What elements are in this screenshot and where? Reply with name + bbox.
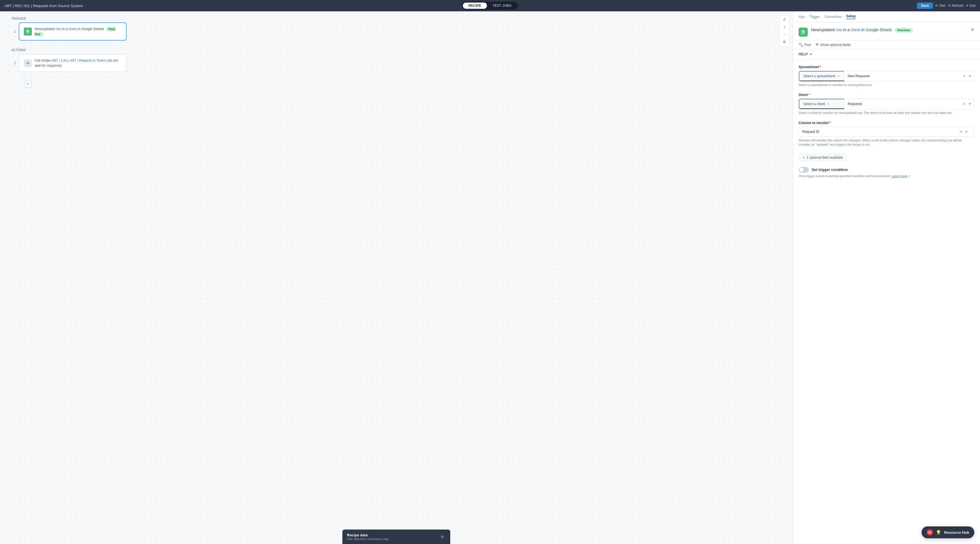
canvas-toolbar: ↺ + − ⊕ bbox=[780, 15, 789, 46]
column-to-monitor-field: Request ID ✕ ▼ bbox=[799, 127, 974, 137]
trigger-realtime-badge: Real-time bbox=[895, 28, 913, 32]
svg-rect-8 bbox=[802, 32, 803, 33]
column-to-monitor-label: Column to monitor* bbox=[799, 121, 974, 125]
optional-field-button[interactable]: + 1 optional field available bbox=[799, 154, 847, 161]
svg-rect-5 bbox=[801, 30, 805, 35]
trigger-section-label: TRIGGER bbox=[11, 17, 781, 20]
save-button[interactable]: Save bbox=[917, 3, 933, 9]
sheet-select-button[interactable]: Select a sheet ▼ bbox=[799, 99, 844, 109]
trigger-step-card[interactable]: New/updated row in a sheet in Google She… bbox=[19, 22, 127, 41]
canvas-fit-btn[interactable]: ⊕ bbox=[781, 38, 788, 45]
spreadsheet-clear-button[interactable]: ✕ bbox=[963, 74, 966, 78]
recipe-data-settings-icon[interactable]: ⚙ bbox=[439, 533, 446, 540]
trigger-condition-desc: Only trigger events matching specified c… bbox=[799, 174, 974, 178]
add-step-button[interactable]: + bbox=[24, 80, 32, 88]
recipe-data-info: Recipe data Use data from a previous ste… bbox=[347, 533, 389, 541]
action-bar: 🔍 Find 👁 Show optional fields bbox=[793, 40, 980, 49]
test-icon: ⟳ bbox=[935, 4, 938, 8]
topbar: ABT | REC-001 | Requests from Source Sys… bbox=[0, 0, 980, 11]
step2-number: 2 bbox=[11, 61, 16, 65]
app-title: ABT | REC-001 | Requests from Source Sys… bbox=[5, 4, 83, 8]
column-expand-button[interactable]: ▼ bbox=[964, 129, 968, 134]
find-button[interactable]: 🔍 Find bbox=[799, 43, 811, 47]
exit-button[interactable]: ✕ Exit bbox=[966, 4, 975, 8]
nav-trigger[interactable]: Trigger bbox=[809, 15, 820, 19]
action-step-text: Call recipe ABT | CALL-007 | Request to … bbox=[35, 58, 121, 68]
spreadsheet-required: * bbox=[819, 65, 821, 69]
column-clear-button[interactable]: ✕ bbox=[959, 129, 963, 134]
tab-test-jobs[interactable]: TEST JOBS bbox=[487, 3, 517, 9]
refresh-icon: ↺ bbox=[948, 4, 950, 8]
trigger-condition-toggle-row: Set trigger condition bbox=[799, 167, 974, 173]
nav-app[interactable]: App bbox=[799, 15, 805, 19]
sheet-required: * bbox=[808, 93, 810, 97]
svg-point-4 bbox=[27, 62, 29, 64]
sheet-chevron-icon: ▼ bbox=[827, 102, 829, 106]
chevron-down-icon: ▼ bbox=[810, 53, 812, 56]
recipe-data-panel[interactable]: Recipe data Use data from a previous ste… bbox=[342, 530, 450, 544]
trigger-step-node: 1 New/updated row in a sheet in Google S… bbox=[11, 22, 781, 41]
nav-arrow2: › bbox=[822, 15, 823, 19]
trigger-title-text: New/updated row in a sheet in Google She… bbox=[811, 27, 970, 33]
spreadsheet-value: New Requests bbox=[844, 71, 961, 81]
step1-number: 1 bbox=[11, 30, 16, 33]
column-required: * bbox=[829, 121, 831, 125]
show-optional-button[interactable]: 👁 Show optional fields bbox=[815, 43, 851, 47]
svg-rect-0 bbox=[26, 30, 30, 34]
topbar-actions: Save ⟳ Test ↺ Refresh ✕ Exit bbox=[917, 3, 975, 9]
trigger-header: New/updated row in a sheet in Google She… bbox=[793, 22, 980, 40]
nav-connection[interactable]: Connection bbox=[824, 15, 842, 19]
steps-nav: App › Trigger › Connection › Setup bbox=[793, 11, 980, 22]
tab-recipe[interactable]: RECIPE bbox=[463, 3, 487, 9]
action-icon bbox=[24, 59, 32, 67]
resource-hub-label: Resource Hub bbox=[944, 530, 969, 534]
spreadsheet-field-row: Select a spreadsheet ▼ New Requests ✕ ▼ bbox=[799, 71, 974, 81]
sheet-clear-button[interactable]: ✕ bbox=[963, 102, 966, 106]
recipe-flow: TRIGGER 1 New/updated row in a sheet in … bbox=[0, 11, 792, 94]
canvas-zoom-out-btn[interactable]: − bbox=[781, 31, 788, 38]
spreadsheet-label: Spreadsheet* bbox=[799, 65, 974, 69]
resource-hub-button[interactable]: 30 💡 Resource Hub bbox=[921, 527, 974, 538]
right-panel: App › Trigger › Connection › Setup New/u… bbox=[792, 11, 980, 544]
help-toggle-button[interactable]: HELP ▼ bbox=[799, 52, 812, 56]
trigger-close-button[interactable]: ✕ bbox=[970, 27, 974, 32]
action-step-node: 2 Call recipe ABT | CALL-007 | Request t… bbox=[11, 54, 781, 72]
spreadsheet-expand-button[interactable]: ▼ bbox=[968, 74, 972, 78]
test-button[interactable]: ⟳ Test bbox=[935, 4, 945, 8]
column-value-actions: ✕ ▼ bbox=[957, 129, 970, 134]
action-step-card[interactable]: Call recipe ABT | CALL-007 | Request to … bbox=[19, 54, 127, 72]
close-icon: ✕ bbox=[966, 4, 969, 8]
resource-hub-badge: 30 bbox=[927, 529, 933, 536]
sheet-expand-button[interactable]: ▼ bbox=[968, 102, 972, 106]
canvas-zoom-in-btn[interactable]: + bbox=[781, 24, 788, 30]
sheet-hint: Select a sheet to monitor for new/update… bbox=[799, 111, 974, 115]
trigger-condition-label: Set trigger condition bbox=[811, 167, 848, 172]
google-sheets-icon bbox=[24, 27, 32, 35]
toggle-thumb bbox=[799, 167, 804, 172]
svg-rect-6 bbox=[802, 31, 804, 31]
column-to-monitor-field-group: Column to monitor* Request ID ✕ ▼ Workat… bbox=[799, 121, 974, 147]
external-link-icon: ↗ bbox=[908, 175, 910, 178]
trigger-condition-toggle[interactable] bbox=[799, 167, 809, 173]
sheet-label: Sheet* bbox=[799, 93, 974, 97]
nav-arrow3: › bbox=[843, 15, 845, 19]
column-hint: Workato will monitor this column for cha… bbox=[799, 138, 974, 147]
learn-more-link[interactable]: Learn more bbox=[891, 174, 907, 178]
eye-icon: 👁 bbox=[815, 43, 819, 47]
mode-tabs: RECIPE TEST JOBS bbox=[462, 2, 518, 10]
sheet-field-row: Select a sheet ▼ Requests ✕ ▼ bbox=[799, 99, 974, 109]
refresh-button[interactable]: ↺ Refresh bbox=[948, 4, 964, 8]
nav-arrow1: › bbox=[806, 15, 807, 19]
spreadsheet-select-button[interactable]: Select a spreadsheet ▼ bbox=[799, 71, 844, 81]
recipe-data-subtitle: Use data from a previous step bbox=[347, 537, 389, 541]
actions-section-label: ACTIONS bbox=[11, 49, 781, 52]
spreadsheet-value-actions: ✕ ▼ bbox=[961, 71, 974, 81]
search-icon: 🔍 bbox=[799, 43, 803, 47]
nav-setup[interactable]: Setup bbox=[846, 14, 856, 19]
svg-rect-1 bbox=[27, 30, 29, 31]
form-body: Spreadsheet* Select a spreadsheet ▼ New … bbox=[793, 59, 980, 183]
lightbulb-icon: 💡 bbox=[936, 530, 942, 535]
optional-field-container: + 1 optional field available bbox=[799, 153, 974, 161]
canvas-refresh-btn[interactable]: ↺ bbox=[781, 16, 788, 23]
svg-rect-2 bbox=[27, 31, 29, 32]
